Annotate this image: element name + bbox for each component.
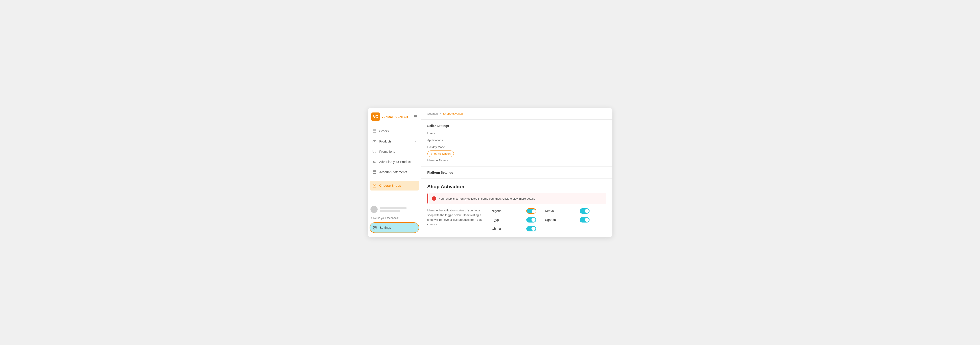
platform-settings-section: Platform Settings xyxy=(421,167,612,178)
settings-panel: Seller Settings Users Applications Holid… xyxy=(421,119,612,237)
breadcrumb-separator: > xyxy=(439,112,441,115)
avatar xyxy=(371,206,378,213)
shop-activation-title: Shop Activation xyxy=(427,184,606,189)
products-icon xyxy=(372,139,377,144)
orders-icon xyxy=(372,129,377,134)
alert-icon: ! xyxy=(432,196,436,201)
country-name-ghana: Ghana xyxy=(492,227,501,231)
shops-icon xyxy=(372,183,377,188)
sidebar-item-account-statements[interactable]: Account Statements xyxy=(369,167,419,177)
main-content: Settings > Shop Activation Seller Settin… xyxy=(421,108,612,237)
sidebar: VC VENDOR CENTER ☰ Orders xyxy=(368,108,421,237)
menu-item-manage-pickers[interactable]: Manage Pickers xyxy=(427,157,606,164)
toggle-ghana[interactable] xyxy=(527,226,536,231)
seller-settings-title: Seller Settings xyxy=(421,119,612,129)
sidebar-item-settings[interactable]: Settings xyxy=(369,222,419,233)
sidebar-header: VC VENDOR CENTER ☰ xyxy=(368,108,421,126)
sidebar-nav: Orders Products ▾ xyxy=(368,126,421,204)
menu-item-users[interactable]: Users xyxy=(427,130,606,137)
countries-description: Manage the activation status of your loc… xyxy=(427,208,485,227)
logo-icon: VC xyxy=(371,113,380,121)
svg-point-11 xyxy=(374,227,375,228)
feedback-section: Give us your feedback! xyxy=(368,215,421,222)
seller-settings-section: Seller Settings Users Applications Holid… xyxy=(421,119,612,167)
shop-activation-content: Shop Activation ! Your shop is currently… xyxy=(421,178,612,237)
sidebar-item-advertise[interactable]: Advertise your Products xyxy=(369,157,419,167)
countries-section: Manage the activation status of your loc… xyxy=(427,208,606,231)
seller-settings-menu: Users Applications Holiday Mode Shop Act… xyxy=(421,129,612,167)
statements-icon xyxy=(372,170,377,174)
countries-grid: Nigeria Kenya xyxy=(492,208,606,231)
advertise-icon xyxy=(372,160,377,164)
country-row-uganda: Uganda xyxy=(545,217,590,223)
svg-rect-7 xyxy=(373,170,376,173)
menu-item-holiday-mode[interactable]: Holiday Mode xyxy=(427,144,606,151)
country-row-nigeria: Nigeria xyxy=(492,208,536,214)
chevron-right-icon: › xyxy=(417,208,418,211)
alert-text: Your shop is currently delisted in some … xyxy=(439,197,535,200)
platform-settings-title: Platform Settings xyxy=(427,171,606,174)
sidebar-item-promotions[interactable]: Promotions xyxy=(369,147,419,156)
chevron-down-icon: ▾ xyxy=(415,140,417,143)
country-name-nigeria: Nigeria xyxy=(492,209,501,213)
menu-toggle-button[interactable]: ☰ xyxy=(414,114,417,119)
toggle-uganda[interactable] xyxy=(580,217,590,223)
sidebar-item-choose-shops[interactable]: Choose Shops xyxy=(369,181,419,191)
sidebar-item-orders[interactable]: Orders xyxy=(369,126,419,136)
toggle-nigeria[interactable] xyxy=(527,208,536,214)
logo: VC VENDOR CENTER xyxy=(371,113,408,121)
country-row-egypt: Egypt xyxy=(492,217,536,223)
breadcrumb-parent[interactable]: Settings xyxy=(427,112,438,115)
menu-item-shop-activation[interactable]: Shop Activation xyxy=(427,151,454,157)
settings-icon xyxy=(373,226,377,230)
toggle-egypt[interactable] xyxy=(527,217,536,223)
country-name-uganda: Uganda xyxy=(545,218,556,222)
user-section[interactable]: › xyxy=(368,204,421,215)
settings-nav: Settings xyxy=(368,222,421,234)
promotions-icon xyxy=(372,149,377,154)
user-subtitle xyxy=(380,210,400,212)
country-name-egypt: Egypt xyxy=(492,218,500,222)
country-name-kenya: Kenya xyxy=(545,209,554,213)
toggle-kenya[interactable] xyxy=(580,208,590,214)
user-info xyxy=(380,207,415,212)
country-row-ghana: Ghana xyxy=(492,226,536,231)
menu-item-applications[interactable]: Applications xyxy=(427,137,606,144)
sidebar-item-products[interactable]: Products ▾ xyxy=(369,137,419,146)
user-name xyxy=(380,207,407,209)
brand-name: VENDOR CENTER xyxy=(382,115,408,118)
country-row-kenya: Kenya xyxy=(545,208,590,214)
breadcrumb-current: Shop Activation xyxy=(443,112,463,115)
breadcrumb: Settings > Shop Activation xyxy=(421,108,612,119)
svg-rect-0 xyxy=(373,130,376,133)
alert-banner[interactable]: ! Your shop is currently delisted in som… xyxy=(427,193,606,204)
